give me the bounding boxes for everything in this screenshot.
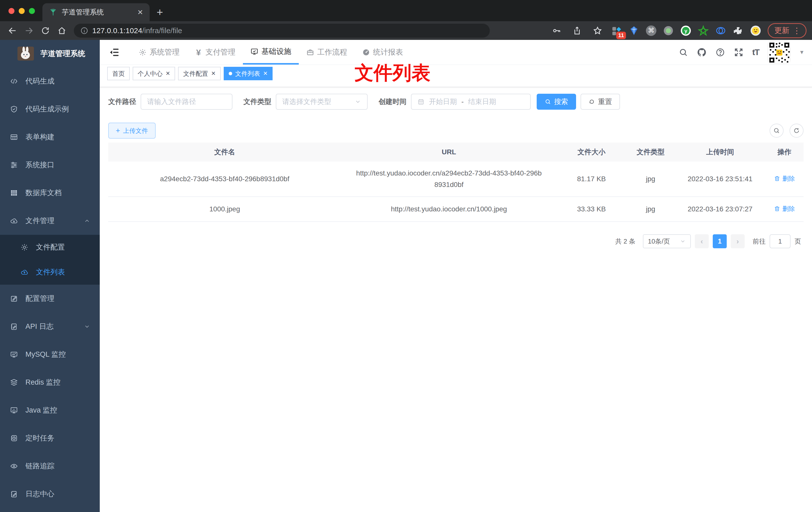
goto-page-input[interactable] xyxy=(770,234,790,248)
date-range-picker[interactable]: 开始日期 - 结束日期 xyxy=(411,94,531,110)
tag-profile[interactable]: 个人中心 ✕ xyxy=(133,67,175,80)
delete-button[interactable]: 删除 xyxy=(774,173,795,184)
extension-gem-icon[interactable] xyxy=(629,25,639,36)
extension-y-icon[interactable]: y xyxy=(680,25,691,36)
sidebar-fold-icon[interactable] xyxy=(107,46,121,59)
plus-icon: + xyxy=(116,127,120,134)
minimize-window-button[interactable] xyxy=(19,8,25,14)
browser-menu-kebab-icon[interactable]: ⋮ xyxy=(793,26,801,35)
extension-eye-icon[interactable] xyxy=(715,25,726,36)
sidebar-item-mysql-monitor[interactable]: MySQL 监控 xyxy=(0,340,100,368)
sidebar-item-code-example[interactable]: 代码生成示例 xyxy=(0,95,100,123)
sidebar-item-system-api[interactable]: 系统接口 xyxy=(0,151,100,179)
sidebar-item-redis-monitor[interactable]: Redis 监控 xyxy=(0,368,100,396)
help-icon[interactable] xyxy=(715,48,725,57)
browser-tab[interactable]: 芋道管理系统 ✕ xyxy=(42,3,150,21)
tag-file-config[interactable]: 文件配置 ✕ xyxy=(178,67,221,80)
back-icon[interactable] xyxy=(5,24,20,38)
sidebar-item-api-log[interactable]: API 日志 xyxy=(0,312,100,340)
sidebar-item-scheduled-tasks[interactable]: 定时任务 xyxy=(0,424,100,452)
show-search-toggle-button[interactable] xyxy=(770,124,784,138)
reload-icon[interactable] xyxy=(38,24,52,38)
topnav-statistics[interactable]: 统计报表 xyxy=(355,40,410,65)
upload-file-button[interactable]: + 上传文件 xyxy=(108,123,155,139)
font-size-icon[interactable]: tT xyxy=(752,48,759,57)
maximize-window-button[interactable] xyxy=(29,8,35,14)
calendar-icon xyxy=(417,98,425,105)
github-icon[interactable] xyxy=(697,48,707,57)
fullscreen-icon[interactable] xyxy=(734,48,744,57)
cell-filesize: 81.17 KB xyxy=(557,161,626,197)
page-number-button[interactable]: 1 xyxy=(713,234,727,248)
address-bar[interactable]: 127.0.0.1:1024/infra/file/file xyxy=(74,24,490,38)
url-text[interactable]: 127.0.0.1:1024/infra/file/file xyxy=(92,26,182,35)
next-page-button[interactable]: › xyxy=(731,234,745,248)
trash-icon xyxy=(774,205,780,212)
tag-close-icon[interactable]: ✕ xyxy=(211,70,215,77)
close-window-button[interactable] xyxy=(8,8,14,14)
sidebar-item-tracing[interactable]: 链路追踪 xyxy=(0,452,100,480)
extension-tiles-icon[interactable]: 11 xyxy=(611,25,622,36)
refresh-table-button[interactable] xyxy=(789,124,804,138)
new-tab-button[interactable]: + xyxy=(156,7,163,18)
user-avatar-qr[interactable] xyxy=(767,41,790,64)
sidebar-item-config-management[interactable]: 配置管理 xyxy=(0,285,100,312)
table-row: 1000.jpeg http://test.yudao.iocoder.cn/1… xyxy=(108,197,804,221)
extension-green-dot-icon[interactable] xyxy=(663,25,674,36)
total-count: 共 2 条 xyxy=(615,237,635,246)
delete-button[interactable]: 删除 xyxy=(774,203,795,214)
cell-filetype: jpg xyxy=(626,197,675,221)
password-key-icon[interactable] xyxy=(550,24,563,38)
extensions-puzzle-icon[interactable] xyxy=(733,25,744,36)
site-info-icon[interactable] xyxy=(80,27,88,35)
forward-icon[interactable] xyxy=(22,24,36,38)
sidebar-item-java-monitor[interactable]: Java 监控 xyxy=(0,396,100,424)
gear-icon xyxy=(21,243,28,251)
sidebar-item-file-config[interactable]: 文件配置 xyxy=(0,235,100,260)
file-path-input[interactable] xyxy=(147,98,226,106)
sidebar-item-file-management[interactable]: 文件管理 xyxy=(0,207,100,235)
bookmark-star-icon[interactable] xyxy=(590,24,605,38)
app-title: 芋道管理系统 xyxy=(40,49,85,59)
file-type-select[interactable]: 请选择文件类型 xyxy=(276,94,368,110)
sidebar-item-code-generation[interactable]: 代码生成 xyxy=(0,67,100,95)
end-date-placeholder[interactable]: 结束日期 xyxy=(468,97,496,107)
sliders-icon xyxy=(10,161,18,169)
sidebar-menu: 代码生成 代码生成示例 表单构建 系统接口 数据库文档 文件管理 xyxy=(0,67,100,512)
extension-command-icon[interactable]: ⌘ xyxy=(646,25,657,36)
tag-file-list[interactable]: 文件列表 ✕ xyxy=(224,67,272,80)
topnav-infrastructure[interactable]: 基础设施 xyxy=(243,40,299,65)
sidebar-item-log-center[interactable]: 日志中心 xyxy=(0,480,100,508)
search-icon[interactable] xyxy=(678,48,688,57)
sidebar-item-file-list[interactable]: 文件列表 xyxy=(0,260,100,285)
sidebar-item-form-builder[interactable]: 表单构建 xyxy=(0,123,100,151)
search-button[interactable]: 搜索 xyxy=(537,94,576,110)
sidebar-item-db-doc[interactable]: 数据库文档 xyxy=(0,179,100,207)
macos-traffic-lights[interactable] xyxy=(8,8,35,14)
prev-page-button[interactable]: ‹ xyxy=(695,234,709,248)
tag-home[interactable]: 首页 xyxy=(107,67,130,80)
logo-rabbit-avatar xyxy=(18,47,34,61)
tag-close-icon[interactable]: ✕ xyxy=(263,70,268,77)
tab-close-icon[interactable]: ✕ xyxy=(137,8,143,17)
extension-star-icon[interactable] xyxy=(698,25,709,36)
share-icon[interactable] xyxy=(570,24,584,38)
topnav-workflow[interactable]: 工作流程 xyxy=(299,40,355,65)
reset-button[interactable]: 重置 xyxy=(581,94,620,110)
file-path-label: 文件路径 xyxy=(108,97,136,107)
home-icon[interactable] xyxy=(55,24,69,38)
col-uploadtime: 上传时间 xyxy=(675,143,765,161)
chevron-down-icon xyxy=(355,98,361,105)
col-filesize: 文件大小 xyxy=(557,143,626,161)
log-edit-icon xyxy=(10,490,18,498)
tag-close-icon[interactable]: ✕ xyxy=(166,70,170,77)
profile-emoji-icon[interactable] xyxy=(750,25,761,36)
page-size-select[interactable]: 10条/页 xyxy=(643,234,691,248)
browser-update-button[interactable]: 更新 ⋮ xyxy=(767,23,807,38)
start-date-placeholder[interactable]: 开始日期 xyxy=(429,97,457,107)
app-logo[interactable]: 芋道管理系统 xyxy=(0,40,100,67)
avatar-caret-down-icon[interactable]: ▼ xyxy=(799,49,805,56)
topnav-payment-management[interactable]: ¥ 支付管理 xyxy=(187,40,243,65)
tags-view: 首页 个人中心 ✕ 文件配置 ✕ 文件列表 ✕ xyxy=(100,65,812,87)
topnav-system-management[interactable]: 系统管理 xyxy=(131,40,187,65)
